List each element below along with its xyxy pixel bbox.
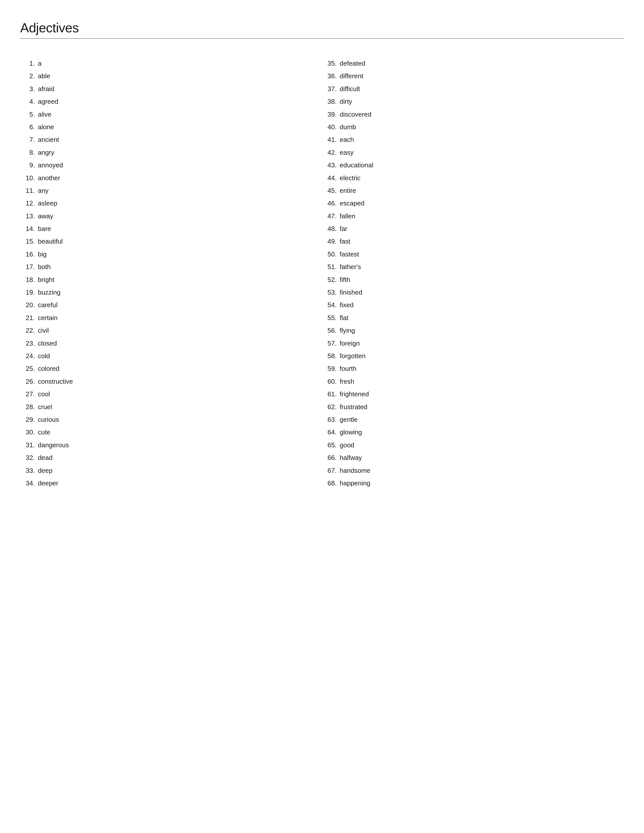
item-word: difficult [340,84,360,93]
item-word: cold [38,351,50,360]
item-word: dangerous [38,441,69,450]
columns-container: 1.a2.able3.afraid4.agreed5.alive6.alone7… [20,59,624,491]
item-word: fourth [340,364,357,373]
item-word: frustrated [340,402,367,412]
list-item: 65.good [322,441,624,450]
item-word: dirty [340,97,352,106]
item-number: 62. [322,402,340,412]
item-number: 44. [322,174,340,182]
item-number: 1. [20,59,38,68]
item-word: angry [38,148,54,157]
item-word: both [38,262,51,271]
list-item: 17.both [20,262,322,271]
item-number: 46. [322,199,340,208]
item-number: 8. [20,148,38,157]
list-item: 28.cruel [20,402,322,412]
list-item: 8.angry [20,148,322,157]
item-word: discovered [340,110,372,119]
item-number: 63. [322,415,340,424]
list-item: 29.curious [20,415,322,424]
list-item: 4.agreed [20,97,322,106]
item-number: 27. [20,389,38,399]
item-word: cruel [38,402,52,412]
list-item: 68.happening [322,479,624,488]
list-item: 15.beautiful [20,237,322,246]
item-word: ancient [38,135,59,144]
item-number: 21. [20,313,38,322]
item-number: 6. [20,122,38,132]
list-item: 55.flat [322,313,624,322]
item-word: fallen [340,212,355,220]
item-word: agreed [38,97,58,106]
item-number: 58. [322,351,340,360]
item-word: a [38,59,42,68]
item-word: far [340,224,347,233]
item-number: 45. [322,186,340,195]
item-number: 11. [20,186,38,195]
item-number: 34. [20,479,38,488]
item-word: bare [38,224,51,233]
item-number: 30. [20,428,38,437]
item-word: frightened [340,389,369,399]
item-word: halfway [340,453,362,462]
item-number: 35. [322,59,340,68]
item-word: entire [340,186,356,195]
item-word: annoyed [38,161,63,170]
list-item: 64.glowing [322,428,624,437]
item-number: 10. [20,174,38,182]
list-item: 37.difficult [322,84,624,93]
item-number: 23. [20,339,38,348]
list-item: 58.forgotten [322,351,624,360]
item-number: 38. [322,97,340,106]
item-word: bright [38,275,54,284]
item-word: closed [38,339,57,348]
item-word: dead [38,453,53,462]
list-item: 43.educational [322,161,624,170]
item-number: 4. [20,97,38,106]
list-item: 56.flying [322,326,624,335]
item-word: flying [340,326,355,335]
item-word: fresh [340,377,354,386]
list-item: 7.ancient [20,135,322,144]
list-item: 48.far [322,224,624,233]
item-number: 33. [20,466,38,475]
list-item: 14.bare [20,224,322,233]
list-item: 9.annoyed [20,161,322,170]
item-word: educational [340,161,373,170]
list-item: 41.each [322,135,624,144]
list-item: 54.fixed [322,301,624,309]
item-word: fifth [340,275,350,284]
list-item: 30.cute [20,428,322,437]
item-number: 39. [322,110,340,119]
list-item: 1.a [20,59,322,68]
item-number: 36. [322,71,340,80]
list-item: 67.handsome [322,466,624,475]
item-word: escaped [340,199,364,208]
item-number: 54. [322,301,340,309]
item-number: 56. [322,326,340,335]
item-number: 20. [20,301,38,309]
list-item: 62.frustrated [322,402,624,412]
list-item: 35.defeated [322,59,624,68]
item-number: 64. [322,428,340,437]
list-item: 11.any [20,186,322,195]
item-word: buzzing [38,288,61,297]
item-number: 66. [322,453,340,462]
list-item: 2.able [20,71,322,80]
item-word: finished [340,288,362,297]
list-item: 50.fastest [322,250,624,259]
item-number: 22. [20,326,38,335]
item-word: certain [38,313,58,322]
list-item: 60.fresh [322,377,624,386]
item-word: asleep [38,199,57,208]
list-item: 33.deep [20,466,322,475]
list-item: 40.dumb [322,122,624,132]
item-number: 51. [322,262,340,271]
item-word: another [38,174,60,182]
list-item: 34.deeper [20,479,322,488]
item-number: 59. [322,364,340,373]
item-number: 14. [20,224,38,233]
list-item: 19.buzzing [20,288,322,297]
item-number: 53. [322,288,340,297]
item-number: 26. [20,377,38,386]
